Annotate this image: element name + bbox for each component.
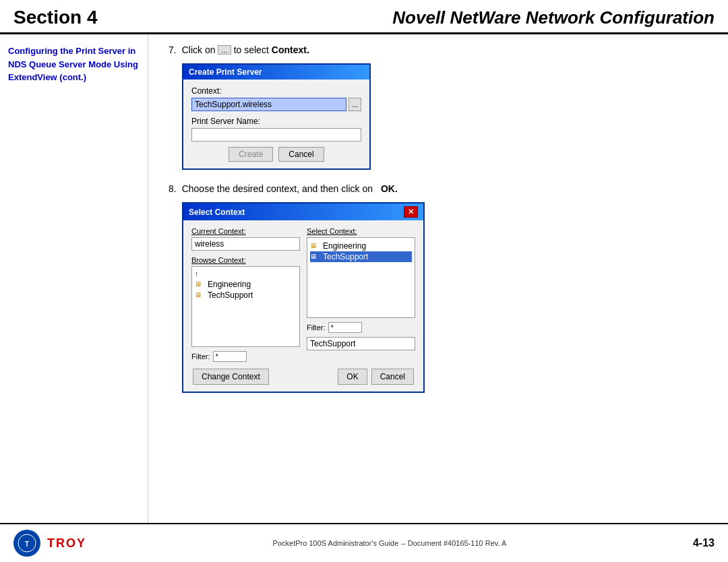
step-7-bold: Context. bbox=[272, 44, 309, 55]
create-cancel-button[interactable]: Cancel bbox=[278, 147, 324, 162]
step-8-number: 8. bbox=[169, 183, 177, 194]
step-7-text: 7. Click on ... to select Context. bbox=[169, 44, 708, 55]
filter-left-row: Filter: bbox=[191, 351, 300, 362]
troy-logo-circle: T bbox=[13, 530, 40, 557]
select-engineering-label: Engineering bbox=[323, 241, 366, 251]
context-row: ... bbox=[191, 98, 361, 111]
page-footer: T TROY PocketPro 100S Administrator's Gu… bbox=[0, 523, 728, 562]
selected-context-row bbox=[307, 337, 415, 350]
techsupport-browse-label: TechSupport bbox=[208, 290, 253, 300]
current-context-label: Current Context: bbox=[191, 227, 300, 235]
page-title: Novell NetWare Network Configuration bbox=[98, 7, 715, 28]
change-context-button[interactable]: Change Context bbox=[193, 369, 269, 385]
ok-button[interactable]: OK bbox=[338, 369, 367, 385]
filter-right-input[interactable] bbox=[328, 322, 362, 333]
sidebar: Configuring the Print Server in NDS Queu… bbox=[0, 34, 148, 523]
right-column: Select Context: 🖥 Engineering 🖥 TechSupp… bbox=[307, 227, 415, 362]
select-dialog-close[interactable]: ✕ bbox=[404, 206, 418, 218]
tree-item-engineering-browse[interactable]: 🖥 Engineering bbox=[195, 279, 297, 290]
svg-text:T: T bbox=[25, 540, 29, 548]
select-dialog-title: Select Context bbox=[189, 208, 245, 217]
main-body: 7. Click on ... to select Context. Creat… bbox=[148, 34, 728, 523]
tree-item-techsupport-browse[interactable]: 🖥 TechSupport bbox=[195, 290, 297, 301]
select-context-label: Select Context: bbox=[307, 227, 415, 235]
select-folder-engineering: 🖥 bbox=[310, 242, 321, 250]
create-dialog-body: Context: ... Print Server Name: Create C… bbox=[183, 80, 369, 168]
content-area: Configuring the Print Server in NDS Queu… bbox=[0, 34, 728, 523]
context-browse-button[interactable]: ... bbox=[348, 98, 361, 111]
step-7-after: to select bbox=[234, 44, 269, 55]
select-dialog-titlebar: Select Context ✕ bbox=[183, 204, 423, 220]
print-server-name-input[interactable] bbox=[191, 128, 361, 142]
folder-icon-engineering: 🖥 bbox=[195, 280, 206, 288]
create-dialog-buttons: Create Cancel bbox=[191, 147, 361, 162]
browse-context-label: Browse Context: bbox=[191, 256, 300, 264]
name-row bbox=[191, 128, 361, 142]
select-dialog-window: Select Context ✕ Current Context: Browse… bbox=[182, 202, 425, 393]
select-context-dialog: Select Context ✕ Current Context: Browse… bbox=[182, 202, 708, 393]
footer-page-number: 4-13 bbox=[693, 537, 715, 549]
footer-logo: T TROY bbox=[13, 530, 86, 557]
browse-context-box[interactable]: ↑ 🖥 Engineering 🖥 TechSupport bbox=[191, 266, 300, 347]
current-context-input[interactable] bbox=[191, 237, 300, 251]
page-header: Section 4 Novell NetWare Network Configu… bbox=[0, 0, 728, 34]
selected-context-input[interactable] bbox=[307, 337, 415, 350]
print-server-name-label: Print Server Name: bbox=[191, 117, 361, 126]
select-context-box[interactable]: 🖥 Engineering 🖥 TechSupport bbox=[307, 237, 415, 318]
select-dialog-body: Current Context: Browse Context: ↑ 🖥 Eng… bbox=[183, 220, 423, 392]
step-8-before: Choose the desired context, and then cli… bbox=[182, 183, 373, 194]
context-label: Context: bbox=[191, 86, 361, 96]
select-folder-techsupport: 🖥 bbox=[310, 253, 321, 261]
create-dialog-window: Create Print Server Context: ... Print S… bbox=[182, 63, 371, 170]
folder-icon-techsupport: 🖥 bbox=[195, 291, 206, 299]
context-input[interactable] bbox=[191, 98, 346, 111]
step-7-before: Click on bbox=[182, 44, 216, 55]
engineering-browse-label: Engineering bbox=[208, 280, 251, 289]
filter-right-label: Filter: bbox=[307, 323, 326, 332]
create-button[interactable]: Create bbox=[229, 147, 273, 162]
select-dialog-bottom-buttons: Change Context OK Cancel bbox=[191, 369, 415, 385]
create-print-server-dialog: Create Print Server Context: ... Print S… bbox=[182, 63, 708, 170]
ok-cancel-group: OK Cancel bbox=[338, 369, 414, 385]
select-techsupport-label: TechSupport bbox=[323, 252, 368, 261]
step-7-number: 7. bbox=[169, 44, 177, 55]
select-item-engineering[interactable]: 🖥 Engineering bbox=[310, 241, 412, 251]
select-two-col: Current Context: Browse Context: ↑ 🖥 Eng… bbox=[191, 227, 415, 362]
dots-button[interactable]: ... bbox=[218, 45, 231, 55]
footer-doc-text: PocketPro 100S Administrator's Guide -- … bbox=[273, 539, 507, 547]
section-label: Section 4 bbox=[13, 7, 98, 28]
troy-text: TROY bbox=[47, 536, 86, 551]
create-dialog-title: Create Print Server bbox=[189, 67, 262, 77]
filter-right-row: Filter: bbox=[307, 322, 415, 333]
left-column: Current Context: Browse Context: ↑ 🖥 Eng… bbox=[191, 227, 300, 362]
select-item-techsupport[interactable]: 🖥 TechSupport bbox=[310, 251, 412, 262]
up-arrow-icon: ↑ bbox=[195, 270, 206, 278]
tree-item-up[interactable]: ↑ bbox=[195, 270, 297, 279]
filter-left-input[interactable] bbox=[213, 351, 247, 362]
select-cancel-button[interactable]: Cancel bbox=[371, 369, 414, 385]
sidebar-text: Configuring the Print Server in NDS Queu… bbox=[8, 44, 140, 84]
filter-left-label: Filter: bbox=[191, 352, 210, 361]
troy-logo-icon: T bbox=[17, 533, 37, 553]
step-8-bold: OK. bbox=[381, 183, 398, 194]
step-8-text: 8. Choose the desired context, and then … bbox=[169, 183, 708, 194]
create-dialog-titlebar: Create Print Server bbox=[183, 65, 369, 80]
